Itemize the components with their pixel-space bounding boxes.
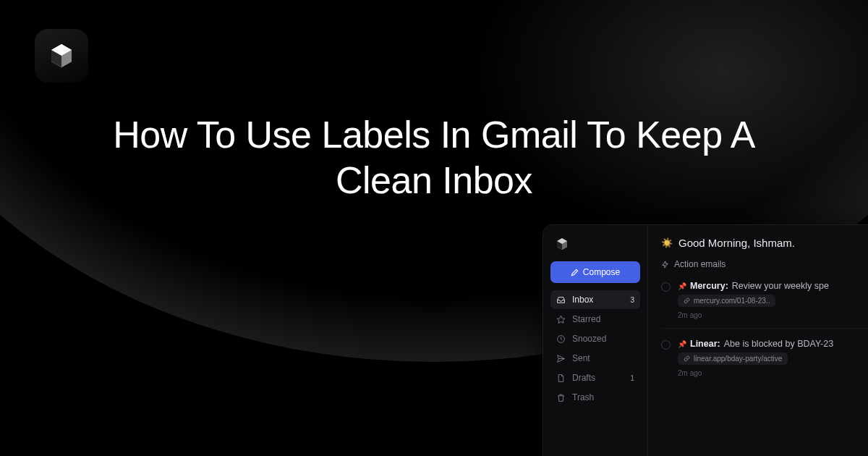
pin-icon: 📌 [678, 340, 686, 348]
cube-icon [47, 41, 76, 70]
divider [661, 328, 868, 329]
page-title: How To Use Labels In Gmail To Keep A Cle… [0, 112, 868, 204]
app-logo-icon [555, 237, 569, 251]
star-icon [556, 315, 566, 324]
link-icon [684, 355, 690, 362]
sidebar-item-trash[interactable]: Trash [550, 388, 640, 407]
chip-text: linear.app/bday-party/active [694, 355, 782, 363]
section-header-label: Action emails [674, 259, 726, 269]
email-timestamp: 2m ago [678, 311, 868, 319]
clock-icon [556, 334, 566, 344]
sidebar-item-inbox[interactable]: Inbox 3 [550, 290, 640, 309]
email-subject: Abe is blocked by BDAY-23 [724, 339, 833, 349]
compose-button[interactable]: Compose [550, 261, 640, 283]
sidebar-item-snoozed[interactable]: Snoozed [550, 329, 640, 348]
sidebar: Compose Inbox 3 Starred Snoozed Se [543, 225, 648, 456]
main-panel: ☀️ Good Morning, Ishmam. Action emails 📌… [648, 225, 868, 456]
section-header: Action emails [661, 259, 868, 269]
sidebar-item-label: Drafts [572, 373, 624, 383]
link-icon [684, 297, 690, 304]
pin-icon: 📌 [678, 282, 686, 290]
inbox-icon [556, 295, 566, 305]
document-icon [556, 373, 566, 383]
email-sender: Linear: [690, 339, 720, 349]
email-timestamp: 2m ago [678, 369, 868, 377]
chip-text: mercury.com/01-08-23.. [694, 297, 770, 305]
select-radio[interactable] [661, 340, 671, 350]
sidebar-item-label: Inbox [572, 295, 624, 305]
send-icon [556, 354, 566, 363]
sidebar-item-starred[interactable]: Starred [550, 310, 640, 329]
sidebar-item-label: Snoozed [572, 334, 634, 344]
sidebar-item-count: 3 [630, 295, 634, 304]
email-item[interactable]: 📌 Mercury: Review your weekly spe mercur… [661, 278, 868, 326]
sun-icon: ☀️ [661, 237, 673, 248]
greeting-text: Good Morning, Ishmam. [678, 237, 795, 249]
link-chip[interactable]: mercury.com/01-08-23.. [678, 295, 775, 307]
link-chip[interactable]: linear.app/bday-party/active [678, 352, 788, 365]
brand-logo-tile [35, 29, 88, 83]
email-sender: Mercury: [690, 281, 728, 291]
sidebar-item-sent[interactable]: Sent [550, 349, 640, 368]
pencil-icon [571, 269, 579, 276]
lightning-icon [661, 261, 669, 269]
trash-icon [556, 393, 566, 402]
compose-button-label: Compose [583, 267, 620, 277]
sidebar-item-count: 1 [630, 373, 634, 382]
greeting-row: ☀️ Good Morning, Ishmam. [661, 237, 868, 249]
sidebar-item-label: Starred [572, 314, 634, 324]
sidebar-item-label: Trash [572, 392, 634, 402]
sidebar-item-drafts[interactable]: Drafts 1 [550, 368, 640, 387]
sidebar-item-label: Sent [572, 353, 634, 363]
email-app-window: Compose Inbox 3 Starred Snoozed Se [542, 224, 868, 456]
email-item[interactable]: 📌 Linear: Abe is blocked by BDAY-23 line… [661, 336, 868, 384]
select-radio[interactable] [661, 282, 671, 292]
email-subject: Review your weekly spe [732, 281, 829, 291]
